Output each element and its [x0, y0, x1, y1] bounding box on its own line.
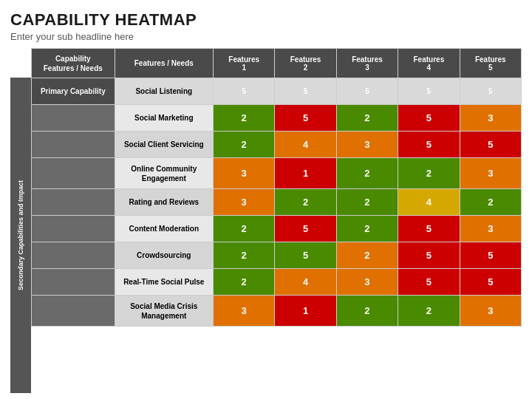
primary-f2: 5 [275, 78, 336, 105]
row-6-f5: 5 [460, 269, 521, 296]
secondary-cap-cell-7 [32, 296, 115, 327]
row-3-f3: 2 [336, 189, 398, 216]
side-label-top-spacer [10, 48, 31, 78]
row-4-f1: 2 [214, 216, 275, 242]
row-0-f5: 3 [460, 105, 521, 132]
row-0-f1: 2 [214, 105, 275, 132]
page-subtitle: Enter your sub headline here [10, 31, 522, 42]
header-features-needs: Features / Needs [115, 49, 213, 78]
row-4-f4: 5 [398, 216, 460, 242]
row-7-f4: 2 [398, 296, 460, 327]
header-f1: Features1 [214, 49, 275, 78]
row-3-f2: 2 [275, 189, 336, 216]
side-label-wrap: Secondary Capabilities and Impact [10, 78, 31, 393]
secondary-cap-cell-3 [32, 189, 115, 216]
row-2-f1: 3 [214, 158, 275, 189]
row-3-f4: 4 [398, 189, 460, 216]
row-5-f5: 5 [460, 242, 521, 269]
primary-f4: 5 [398, 78, 460, 105]
row-1-f5: 5 [460, 132, 521, 158]
row-1-f1: 2 [214, 132, 275, 158]
header-f5: Features5 [460, 49, 521, 78]
row-5-f4: 5 [398, 242, 460, 269]
side-label-column: Secondary Capabilities and Impact [10, 48, 31, 393]
row-2-f5: 3 [460, 158, 521, 189]
heatmap-wrapper: Secondary Capabilities and Impact Capabi… [10, 48, 522, 393]
secondary-cap-cell-6 [32, 269, 115, 296]
primary-cap-cell: Primary Capability [32, 78, 115, 105]
table-row: Social Media CrisisManagement 3 1 2 2 3 [32, 296, 522, 327]
row-2-f3: 2 [336, 158, 398, 189]
row-3-f1: 3 [214, 189, 275, 216]
row-0-f4: 5 [398, 105, 460, 132]
row-0-f3: 2 [336, 105, 398, 132]
heatmap-table: CapabilityFeatures / Needs Features / Ne… [31, 48, 522, 327]
secondary-cap-cell-4 [32, 216, 115, 242]
primary-f1: 5 [214, 78, 275, 105]
primary-f3: 5 [336, 78, 398, 105]
secondary-cap-cell-0 [32, 105, 115, 132]
table-row: Content Moderation 2 5 2 5 3 [32, 216, 522, 242]
primary-f5: 5 [460, 78, 521, 105]
table-row: Social Marketing 2 5 2 5 3 [32, 105, 522, 132]
feat-name-0: Social Marketing [115, 105, 213, 132]
table-area: CapabilityFeatures / Needs Features / Ne… [31, 48, 522, 393]
row-6-f1: 2 [214, 269, 275, 296]
row-7-f2: 1 [275, 296, 336, 327]
row-5-f1: 2 [214, 242, 275, 269]
secondary-cap-cell-1 [32, 132, 115, 158]
row-6-f3: 3 [336, 269, 398, 296]
row-7-f3: 2 [336, 296, 398, 327]
row-6-f2: 4 [275, 269, 336, 296]
feat-name-4: Content Moderation [115, 216, 213, 242]
feat-name-3: Rating and Reviews [115, 189, 213, 216]
side-label: Secondary Capabilities and Impact [17, 180, 25, 290]
page-title: CAPABILITY HEATMAP [10, 10, 522, 30]
secondary-cap-cell-5 [32, 242, 115, 269]
table-row: Crowdsourcing 2 5 2 5 5 [32, 242, 522, 269]
feat-name-6: Real-Time Social Pulse [115, 269, 213, 296]
page: CAPABILITY HEATMAP Enter your sub headli… [0, 0, 532, 399]
row-4-f5: 3 [460, 216, 521, 242]
row-3-f5: 2 [460, 189, 521, 216]
feat-name-7: Social Media CrisisManagement [115, 296, 213, 327]
header-f3: Features3 [336, 49, 398, 78]
row-2-f4: 2 [398, 158, 460, 189]
row-1-f4: 5 [398, 132, 460, 158]
row-6-f4: 5 [398, 269, 460, 296]
row-4-f2: 5 [275, 216, 336, 242]
row-5-f3: 2 [336, 242, 398, 269]
row-2-f2: 1 [275, 158, 336, 189]
secondary-cap-cell-2 [32, 158, 115, 189]
feat-name-5: Crowdsourcing [115, 242, 213, 269]
row-0-f2: 5 [275, 105, 336, 132]
table-row: Rating and Reviews 3 2 2 4 2 [32, 189, 522, 216]
row-1-f2: 4 [275, 132, 336, 158]
feat-name-1: Social Client Servicing [115, 132, 213, 158]
row-5-f2: 5 [275, 242, 336, 269]
row-4-f3: 2 [336, 216, 398, 242]
header-row: CapabilityFeatures / Needs Features / Ne… [32, 49, 522, 78]
row-1-f3: 3 [336, 132, 398, 158]
primary-row: Primary Capability Social Listening 5 5 … [32, 78, 522, 105]
row-7-f5: 3 [460, 296, 521, 327]
table-row: Social Client Servicing 2 4 3 5 5 [32, 132, 522, 158]
table-row: Real-Time Social Pulse 2 4 3 5 5 [32, 269, 522, 296]
header-capability: CapabilityFeatures / Needs [32, 49, 115, 78]
header-f4: Features4 [398, 49, 460, 78]
feat-name-2: Online CommunityEngagement [115, 158, 213, 189]
header-f2: Features2 [275, 49, 336, 78]
table-row: Online CommunityEngagement 3 1 2 2 3 [32, 158, 522, 189]
primary-feat-name: Social Listening [115, 78, 213, 105]
row-7-f1: 3 [214, 296, 275, 327]
